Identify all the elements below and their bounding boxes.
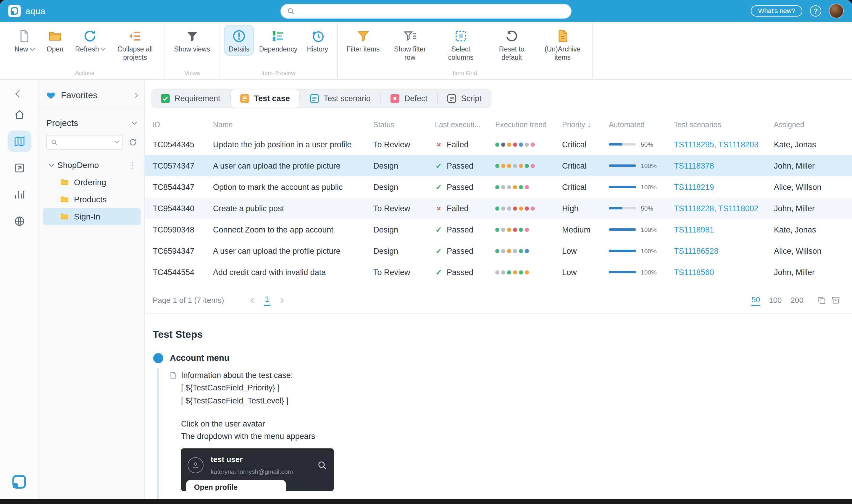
step-instruction: The dropdown with the menu appears [181, 430, 840, 443]
current-page[interactable]: 1 [264, 294, 270, 306]
test-case-table: ID Name Status Last executi... Execution… [145, 116, 852, 283]
cell-id: TC4544554 [153, 268, 213, 276]
collapse-tree-icon [128, 29, 142, 43]
cell-assigned: John, Miller [774, 161, 840, 170]
brand-name: aqua [25, 6, 46, 16]
reset-to-default-button[interactable]: Reset to default [487, 25, 537, 65]
nav-releases-button[interactable] [7, 157, 31, 179]
unarchive-items-button[interactable]: (Un)Archive items [538, 25, 587, 65]
pagination-nav: 1 [251, 294, 283, 306]
page-size-50[interactable]: 50 [751, 295, 760, 306]
main-content: Requirement Test case Test scenario Defe… [145, 80, 852, 499]
page-size-100[interactable]: 100 [769, 296, 782, 305]
collapse-sidebar-button[interactable] [17, 88, 22, 99]
folder-icon [60, 212, 69, 221]
show-filter-row-button[interactable]: Show filter row [385, 25, 435, 65]
cell-last-execution: ✓Passed [435, 225, 495, 234]
column-header-id[interactable]: ID [153, 121, 213, 129]
cell-name: A user can upload the profile picture [213, 246, 373, 255]
column-header-execution-trend[interactable]: Execution trend [495, 121, 562, 129]
collapse-all-projects-button[interactable]: Collapse all projects [110, 25, 160, 65]
table-row[interactable]: TC8544347 Option to mark the account as … [145, 176, 852, 198]
app-window: aqua What's new? ? New Open [0, 0, 852, 504]
filter-row-icon [403, 29, 417, 43]
step-info-label: Information about the test case: [181, 369, 293, 382]
nav-home-button[interactable] [7, 104, 31, 125]
previous-page-icon[interactable] [251, 298, 256, 303]
column-header-test-scenarios[interactable]: Test scenarios [674, 121, 774, 129]
filter-items-button[interactable]: Filter items [342, 25, 384, 56]
test-scenario-links[interactable]: TS11186528 [674, 246, 774, 255]
kebab-menu-icon[interactable]: ⋮ [128, 161, 136, 169]
history-button[interactable]: History [303, 25, 332, 56]
favorites-header[interactable]: Favorites [39, 80, 144, 108]
show-views-button[interactable]: Show views [170, 25, 214, 56]
column-header-automated[interactable]: Automated [609, 121, 674, 129]
globe-icon [13, 215, 25, 227]
table-row[interactable]: TC0544345 Update the job position in a u… [145, 134, 852, 155]
nav-projects-button[interactable] [7, 131, 31, 152]
folder-icon [60, 195, 69, 204]
tree-item-products[interactable]: Products [42, 191, 141, 208]
global-search-input[interactable] [280, 3, 572, 18]
projects-panel: Favorites Projects ShopDemo [39, 80, 145, 499]
tab-script[interactable]: Script [437, 89, 492, 108]
automation-progress: 100% [609, 226, 674, 233]
open-button[interactable]: Open [40, 25, 70, 56]
refresh-button[interactable]: Refresh [71, 25, 109, 56]
pagination-bar: Page 1 of 1 (7 items) 1 50 100 200 [145, 288, 852, 313]
tree-item-ordering[interactable]: Ordering [42, 174, 141, 191]
projects-search-input[interactable] [46, 135, 123, 150]
dependency-button[interactable]: Dependency [255, 25, 302, 56]
column-header-last-execution[interactable]: Last executi... [435, 121, 495, 129]
whats-new-button[interactable]: What's new? [751, 5, 802, 17]
step-title: Account menu [170, 353, 840, 363]
archive-box-icon[interactable] [831, 296, 840, 305]
test-scenario-links[interactable]: TS1118228, TS1118002 [674, 204, 774, 213]
cell-assigned: John, Miller [774, 204, 840, 213]
select-columns-button[interactable]: Select columns [436, 25, 486, 65]
test-scenario-links[interactable]: TS1118981 [674, 225, 774, 234]
open-folder-icon [48, 29, 62, 43]
user-avatar[interactable] [829, 3, 844, 18]
details-button[interactable]: Details [224, 25, 254, 56]
refresh-projects-button[interactable] [128, 138, 137, 147]
automation-progress: 100% [609, 183, 674, 191]
chevron-down-icon [132, 120, 137, 125]
copy-icon[interactable] [817, 296, 826, 305]
table-row[interactable]: TC9544340 Create a public post To Review… [145, 198, 852, 219]
test-scenario-links[interactable]: TS1118560 [674, 268, 774, 276]
tab-defect[interactable]: Defect [381, 89, 437, 108]
table-row[interactable]: TC6594347 A user can upload the profile … [145, 240, 852, 262]
page-size-200[interactable]: 200 [791, 296, 803, 305]
nav-integrations-button[interactable] [7, 211, 31, 232]
cell-id: TC8544347 [153, 182, 213, 191]
table-row[interactable]: TC4544554 Add credit card with invalid d… [145, 262, 852, 283]
column-header-assigned[interactable]: Assigned [774, 121, 840, 129]
heart-icon [46, 90, 56, 100]
test-scenario-links[interactable]: TS1118295, TS1118203 [674, 140, 774, 149]
new-button[interactable]: New [10, 25, 39, 56]
projects-section-header[interactable]: Projects [39, 108, 144, 132]
cell-priority: Low [562, 246, 609, 255]
next-page-icon[interactable] [278, 298, 284, 303]
step-attachment-screenshot[interactable]: test user kateryna.hornysh@gmail.com Ope… [181, 448, 334, 491]
column-header-name[interactable]: Name [213, 121, 373, 129]
home-icon [13, 109, 25, 121]
column-header-priority[interactable]: Priority↓ [562, 121, 609, 129]
column-header-status[interactable]: Status [373, 121, 435, 129]
tab-requirement[interactable]: Requirement [151, 89, 231, 108]
test-scenario-links[interactable]: TS1118219 [674, 182, 774, 191]
cell-priority: Critical [562, 182, 609, 191]
table-row[interactable]: TC0590348 Connect Zoom to the app accoun… [145, 219, 852, 240]
step-body: Information about the test case: [ ${Tes… [181, 369, 840, 491]
cell-status: Design [373, 182, 435, 191]
tab-test-case[interactable]: Test case [231, 89, 300, 108]
nav-reports-button[interactable] [7, 184, 31, 205]
table-row-selected[interactable]: TC0574347 A user can upload the profile … [145, 155, 852, 176]
test-scenario-links[interactable]: TS1118378 [674, 161, 774, 170]
tree-root-shopdemo[interactable]: ShopDemo ⋮ [42, 157, 141, 173]
tab-test-scenario[interactable]: Test scenario [300, 89, 381, 108]
help-button[interactable]: ? [810, 5, 821, 17]
tree-item-sign-in[interactable]: Sign-In [42, 208, 141, 225]
